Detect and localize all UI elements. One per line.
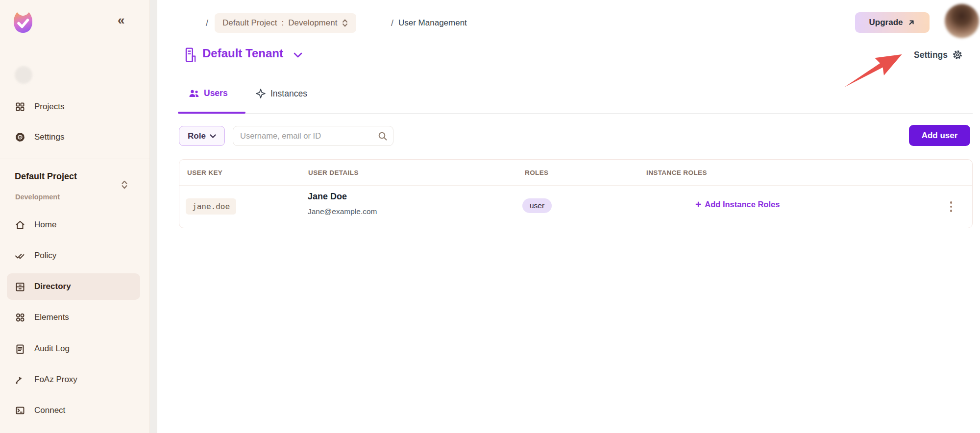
project-switcher-name: Default Project — [15, 171, 77, 182]
sidebar-item-projects[interactable]: Projects — [7, 94, 140, 120]
table-row[interactable]: jane.doe Jane Doe Jane@example.com user … — [179, 186, 972, 228]
upgrade-button[interactable]: Upgrade — [855, 12, 930, 33]
skeleton-avatar — [15, 66, 32, 84]
role-filter-label: Role — [188, 131, 206, 141]
document-lines-icon — [15, 343, 25, 354]
column-header-user-key: USER KEY — [187, 160, 222, 186]
breadcrumb-project: Default Project — [222, 18, 277, 28]
updown-selector-icon — [342, 18, 348, 28]
sidebar-item-label: FoAz Proxy — [34, 375, 77, 385]
upgrade-label: Upgrade — [869, 18, 903, 27]
cabinet-icon — [15, 281, 25, 292]
double-check-icon — [15, 250, 25, 261]
sidebar-item-settings[interactable]: Settings — [7, 124, 140, 150]
column-header-user-details: USER DETAILS — [308, 160, 359, 186]
tabs-divider — [178, 113, 973, 114]
sidebar: « Projects Settings Default Project Deve… — [0, 0, 150, 433]
user-name: Jane Doe — [308, 192, 347, 202]
home-icon — [15, 219, 25, 230]
breadcrumb-environment: Development — [288, 18, 337, 28]
table-header-row: USER KEY USER DETAILS ROLES INSTANCE ROL… — [179, 160, 972, 186]
sidebar-item-policy[interactable]: Policy — [7, 242, 140, 269]
project-environment-label: Development — [15, 193, 60, 201]
arrow-up-right-icon — [907, 19, 915, 26]
plus-icon: + — [695, 199, 701, 209]
sidebar-divider — [0, 159, 150, 159]
sidebar-item-label: Connect — [34, 406, 65, 415]
gear-icon — [952, 49, 963, 60]
add-user-button[interactable]: Add user — [909, 125, 970, 146]
sidebar-item-audit-log[interactable]: Audit Log — [7, 336, 140, 362]
sidebar-collapse-icon[interactable]: « — [118, 14, 124, 26]
sidebar-item-label: Audit Log — [34, 344, 70, 354]
column-header-instance-roles: INSTANCE ROLES — [646, 160, 707, 186]
row-menu-kebab-icon[interactable] — [946, 198, 956, 215]
tab-label: Users — [204, 88, 228, 98]
user-key: jane.doe — [186, 198, 236, 215]
sidebar-scrollbar-track[interactable] — [150, 0, 157, 433]
brand-logo-icon[interactable] — [11, 10, 35, 35]
add-instance-roles-button[interactable]: + Add Instance Roles — [695, 200, 780, 209]
terminal-icon — [15, 405, 25, 416]
sidebar-item-label: Directory — [34, 282, 71, 291]
sidebar-item-connect[interactable]: Connect — [7, 397, 140, 424]
chevron-down-icon[interactable] — [294, 52, 302, 58]
breadcrumb-project-env-pill[interactable]: Default Project : Development — [215, 13, 356, 33]
chevron-down-icon — [210, 134, 216, 138]
user-avatar[interactable] — [945, 4, 979, 38]
user-email: Jane@example.com — [308, 207, 377, 216]
sidebar-item-label: Home — [34, 220, 56, 230]
breadcrumb-colon: : — [282, 18, 284, 28]
sidebar-item-label: Elements — [34, 313, 69, 322]
breadcrumb-separator: / — [206, 13, 208, 33]
main-content: / Default Project : Development / User M… — [157, 0, 980, 433]
tab-label: Instances — [270, 89, 307, 99]
users-icon — [189, 89, 199, 98]
settings-link[interactable]: Settings — [914, 49, 963, 60]
sidebar-item-elements[interactable]: Elements — [7, 304, 140, 331]
user-search — [233, 126, 393, 146]
curved-arrow-icon — [15, 374, 25, 385]
sidebar-item-directory[interactable]: Directory — [7, 273, 140, 300]
sidebar-item-label: Settings — [34, 132, 64, 142]
sidebar-item-home[interactable]: Home — [7, 212, 140, 238]
tenant-selector[interactable]: Default Tenant — [202, 47, 283, 60]
grid-icon — [15, 101, 25, 112]
role-badge: user — [522, 198, 552, 213]
search-icon[interactable] — [378, 131, 388, 141]
column-header-roles: ROLES — [525, 160, 549, 186]
gear-icon — [15, 132, 25, 143]
building-icon — [184, 47, 197, 63]
sidebar-item-foaz-proxy[interactable]: FoAz Proxy — [7, 366, 140, 393]
sidebar-item-label: Projects — [34, 102, 64, 112]
sidebar-item-label: Policy — [34, 251, 56, 261]
user-search-input[interactable] — [233, 126, 375, 145]
tab-users[interactable]: Users — [189, 88, 228, 98]
breadcrumb-current-page: User Management — [398, 13, 467, 33]
users-table: USER KEY USER DETAILS ROLES INSTANCE ROL… — [179, 159, 973, 228]
app-root: « Projects Settings Default Project Deve… — [0, 0, 980, 433]
add-instance-roles-label: Add Instance Roles — [705, 200, 780, 209]
red-annotation-arrow — [837, 47, 908, 92]
project-selector-icon[interactable] — [121, 179, 128, 190]
settings-label: Settings — [914, 50, 948, 60]
active-tab-underline — [178, 112, 245, 114]
breadcrumb-separator: / — [391, 13, 393, 33]
tab-instances[interactable]: Instances — [255, 88, 307, 99]
circles-grid-icon — [15, 312, 25, 323]
sparkle-icon — [255, 88, 266, 99]
role-filter-dropdown[interactable]: Role — [179, 126, 225, 146]
